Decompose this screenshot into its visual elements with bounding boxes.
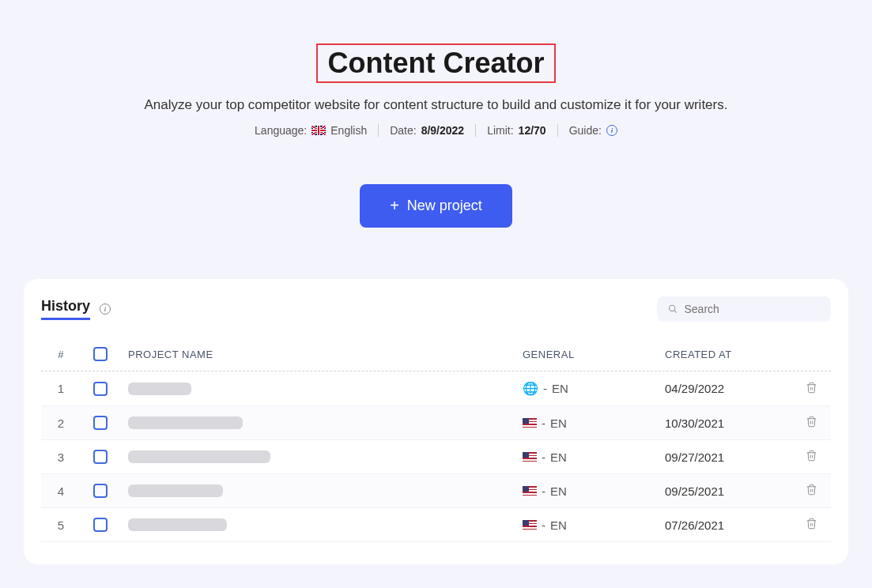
meta-limit-value: 12/70 bbox=[519, 124, 546, 137]
lang-code: EN bbox=[550, 416, 567, 430]
history-card: History i # PROJECT NAME GENERAL CREATED… bbox=[24, 279, 848, 564]
page-title: Content Creator bbox=[316, 43, 555, 83]
meta-limit-label: Limit: bbox=[487, 124, 513, 137]
table-row[interactable]: 2 - EN10/30/2021 bbox=[41, 406, 831, 440]
meta-language-value: English bbox=[330, 124, 367, 137]
lang-sep: - bbox=[542, 416, 545, 430]
lang-sep: - bbox=[543, 382, 547, 395]
created-date: 09/27/2021 bbox=[665, 450, 791, 464]
row-number: 4 bbox=[41, 484, 81, 498]
col-created: CREATED AT bbox=[665, 349, 791, 360]
project-name-redacted bbox=[128, 383, 191, 395]
select-all-checkbox[interactable] bbox=[93, 347, 108, 361]
created-date: 09/25/2021 bbox=[665, 484, 791, 498]
lang-code: EN bbox=[550, 484, 567, 498]
col-general: GENERAL bbox=[523, 349, 665, 360]
us-flag-icon bbox=[523, 418, 537, 428]
lang-code: EN bbox=[552, 382, 568, 395]
row-checkbox[interactable] bbox=[93, 518, 108, 532]
project-name-redacted bbox=[128, 518, 227, 531]
general-cell: - EN bbox=[523, 518, 665, 532]
row-checkbox[interactable] bbox=[93, 382, 108, 396]
table-row[interactable]: 1🌐 - EN04/29/2022 bbox=[41, 371, 831, 406]
row-checkbox[interactable] bbox=[93, 484, 108, 498]
general-cell: - EN bbox=[523, 484, 665, 498]
search-input[interactable] bbox=[685, 303, 821, 315]
lang-code: EN bbox=[550, 450, 567, 464]
created-date: 07/26/2021 bbox=[665, 518, 791, 532]
history-table: # PROJECT NAME GENERAL CREATED AT 1🌐 - E… bbox=[41, 337, 831, 542]
row-checkbox[interactable] bbox=[93, 416, 108, 430]
us-flag-icon bbox=[523, 520, 537, 530]
project-name-redacted bbox=[128, 416, 243, 429]
delete-button[interactable] bbox=[791, 518, 831, 532]
globe-icon: 🌐 bbox=[523, 381, 538, 396]
row-number: 3 bbox=[41, 450, 81, 464]
table-row[interactable]: 4 - EN09/25/2021 bbox=[41, 474, 831, 508]
delete-button[interactable] bbox=[791, 416, 831, 430]
row-number: 2 bbox=[41, 416, 81, 430]
new-project-label: New project bbox=[407, 198, 482, 214]
search-icon bbox=[668, 303, 678, 315]
meta-date-label: Date: bbox=[390, 124, 416, 137]
svg-point-0 bbox=[670, 305, 675, 311]
created-date: 10/30/2021 bbox=[665, 416, 791, 430]
history-title: History bbox=[41, 298, 90, 320]
lang-sep: - bbox=[542, 484, 545, 498]
meta-guide[interactable]: Guide: i bbox=[558, 124, 629, 137]
delete-button[interactable] bbox=[791, 484, 831, 498]
delete-button[interactable] bbox=[791, 450, 831, 464]
uk-flag-icon bbox=[311, 126, 326, 135]
new-project-button[interactable]: + New project bbox=[360, 184, 512, 228]
table-row[interactable]: 5 - EN07/26/2021 bbox=[41, 508, 831, 542]
info-icon[interactable]: i bbox=[100, 303, 111, 315]
general-cell: - EN bbox=[523, 416, 665, 430]
lang-sep: - bbox=[542, 518, 545, 532]
table-header: # PROJECT NAME GENERAL CREATED AT bbox=[41, 337, 831, 371]
search-box[interactable] bbox=[657, 296, 831, 322]
project-name-redacted bbox=[128, 450, 270, 463]
meta-language-label: Language: bbox=[255, 124, 307, 137]
table-row[interactable]: 3 - EN09/27/2021 bbox=[41, 440, 831, 474]
row-checkbox[interactable] bbox=[93, 450, 108, 464]
svg-line-1 bbox=[674, 311, 677, 313]
col-name: PROJECT NAME bbox=[120, 349, 523, 360]
info-icon[interactable]: i bbox=[606, 125, 617, 136]
delete-button[interactable] bbox=[791, 382, 831, 396]
row-number: 1 bbox=[41, 382, 81, 395]
meta-language: Language: English bbox=[243, 124, 379, 137]
meta-date: Date: 8/9/2022 bbox=[379, 124, 476, 137]
col-num: # bbox=[41, 349, 81, 360]
meta-bar: Language: English Date: 8/9/2022 Limit: … bbox=[0, 124, 872, 137]
meta-date-value: 8/9/2022 bbox=[421, 124, 465, 137]
created-date: 04/29/2022 bbox=[665, 382, 791, 395]
us-flag-icon bbox=[523, 452, 537, 462]
meta-guide-label: Guide: bbox=[569, 124, 602, 137]
general-cell: - EN bbox=[523, 450, 665, 464]
us-flag-icon bbox=[523, 486, 537, 496]
row-number: 5 bbox=[41, 518, 81, 532]
page-subtitle: Analyze your top competitor website for … bbox=[0, 97, 872, 113]
plus-icon: + bbox=[390, 197, 399, 215]
general-cell: 🌐 - EN bbox=[523, 381, 665, 396]
lang-sep: - bbox=[542, 450, 545, 464]
meta-limit: Limit: 12/70 bbox=[476, 124, 558, 137]
project-name-redacted bbox=[128, 484, 223, 497]
lang-code: EN bbox=[550, 518, 567, 532]
